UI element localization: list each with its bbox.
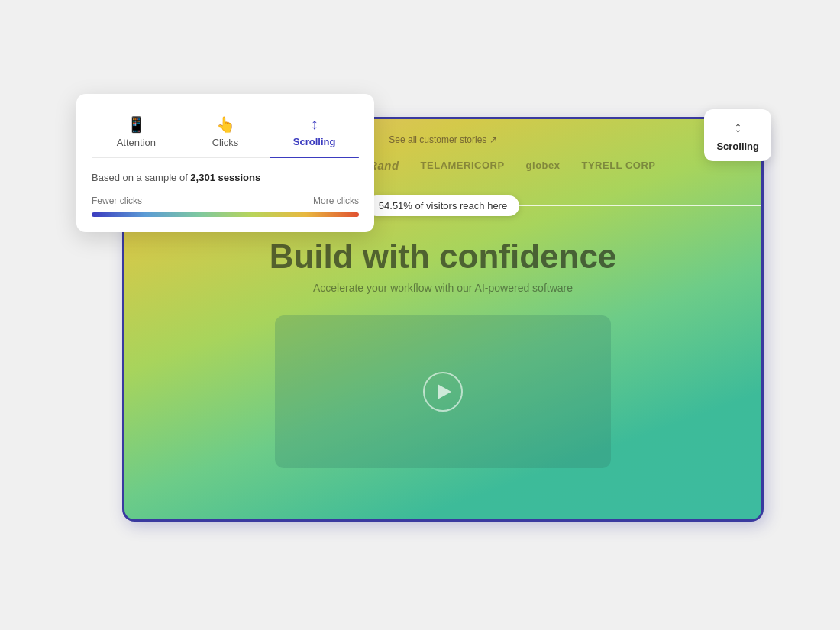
logo-tyrellcorp: TYRELL CORP — [582, 160, 656, 171]
see-customers-link[interactable]: See all customer stories ↗ — [389, 134, 496, 145]
hero-title: Build with confidence — [270, 237, 617, 276]
tab-attention[interactable]: 📱 Attention — [92, 109, 181, 157]
sessions-text: Based on a sample of 2,301 sessions — [92, 172, 359, 183]
scrolling-floating-badge[interactable]: ↕ Scrolling — [704, 109, 771, 161]
logo-globex: globex — [526, 160, 561, 171]
tab-scrolling[interactable]: ↕ Scrolling — [270, 109, 359, 157]
fewer-clicks-label: Fewer clicks — [92, 195, 142, 206]
sessions-count: 2,301 sessions — [190, 172, 260, 183]
scrolling-float-label: Scrolling — [716, 141, 759, 152]
video-placeholder[interactable] — [275, 315, 611, 468]
clicks-scale: Fewer clicks More clicks — [92, 195, 359, 206]
scrolling-float-icon: ↕ — [734, 118, 741, 136]
hero-subtitle: Accelerate your workflow with our AI-pow… — [313, 282, 573, 294]
attention-icon: 📱 — [127, 115, 146, 134]
scrolling-tab-icon: ↕ — [311, 115, 318, 133]
play-icon — [438, 384, 451, 399]
clicks-icon: 👆 — [216, 115, 235, 134]
gradient-bar — [92, 212, 359, 217]
more-clicks-label: More clicks — [313, 195, 359, 206]
tabs-row: 📱 Attention 👆 Clicks ↕ Scrolling — [92, 109, 359, 158]
main-scene: See all customer stories ↗ POLYCON yubab… — [76, 94, 764, 537]
panel-card: 📱 Attention 👆 Clicks ↕ Scrolling Based o… — [76, 94, 374, 232]
attention-label: Attention — [117, 137, 156, 148]
scrolling-tab-label: Scrolling — [293, 136, 336, 147]
tab-clicks[interactable]: 👆 Clicks — [181, 109, 270, 157]
play-button[interactable] — [423, 372, 463, 412]
clicks-label: Clicks — [212, 137, 239, 148]
scroll-reach-badge: 54.51% of visitors reach here — [367, 195, 519, 216]
logo-telamericorp: TELAMERICORP — [421, 160, 505, 171]
